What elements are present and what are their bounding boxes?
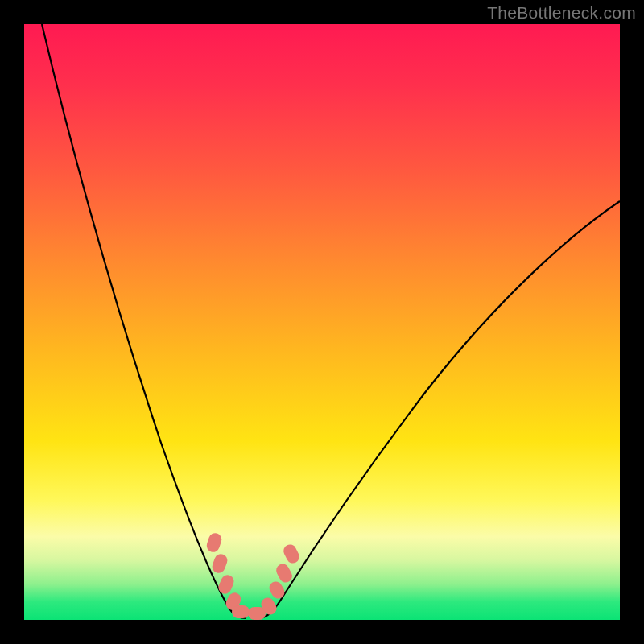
- svg-rect-7: [267, 579, 287, 601]
- right-curve: [259, 201, 620, 618]
- svg-rect-1: [210, 552, 229, 575]
- marker-cluster-right: [259, 543, 302, 617]
- svg-rect-9: [282, 543, 302, 566]
- left-curve: [42, 24, 246, 618]
- curve-overlay: [24, 24, 620, 620]
- watermark-text: TheBottleneck.com: [487, 3, 636, 23]
- svg-rect-4: [232, 605, 250, 618]
- chart-frame: TheBottleneck.com: [0, 0, 644, 644]
- svg-rect-0: [205, 531, 224, 554]
- plot-area: [24, 24, 620, 620]
- svg-rect-5: [248, 607, 266, 620]
- marker-valley-floor: [232, 605, 266, 620]
- svg-rect-8: [274, 562, 294, 585]
- svg-rect-2: [217, 573, 236, 596]
